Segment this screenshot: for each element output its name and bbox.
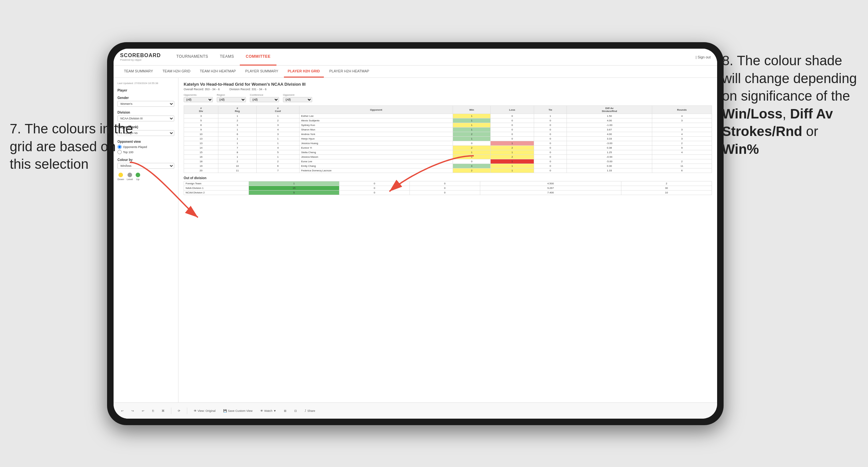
- sub-nav-team-h2h-grid[interactable]: TEAM H2H GRID: [159, 65, 194, 77]
- player-section: Player: [118, 89, 174, 92]
- logo-sub: Powered by clippd: [120, 58, 161, 61]
- sub-nav-player-summary[interactable]: PLAYER SUMMARY: [241, 65, 282, 77]
- division-record: Division Record: 331 - 34 - 6: [229, 88, 267, 91]
- th-div: #Div: [184, 106, 218, 114]
- opponent-filter: Opponent (All): [283, 93, 312, 102]
- division-label: Division: [118, 111, 174, 114]
- layout-btn[interactable]: ⊞: [281, 408, 289, 413]
- sign-out-link[interactable]: | Sign out: [696, 55, 711, 59]
- nav-items: TOURNAMENTS TEAMS COMMITTEE: [171, 49, 696, 66]
- nav-committee[interactable]: COMMITTEE: [240, 49, 276, 66]
- gender-section: Gender Women's: [118, 96, 174, 107]
- gender-select[interactable]: Women's: [118, 101, 174, 107]
- conference-filter-label: Conference: [250, 93, 279, 96]
- nav-bar: SCOREBOARD Powered by clippd TOURNAMENTS…: [114, 49, 717, 66]
- table-row: 311 Esther Lee 1 0 1 1.50 4: [184, 114, 712, 119]
- toolbar-divider-1: [171, 408, 171, 414]
- th-diff: Diff AvStrokes/Rnd: [567, 106, 652, 114]
- opponents-filter-select[interactable]: (All): [184, 97, 213, 102]
- th-conf: #Conf: [256, 106, 299, 114]
- th-tie: Tie: [534, 106, 566, 114]
- logo-area: SCOREBOARD Powered by clippd: [120, 53, 161, 61]
- undo-btn[interactable]: ↩: [118, 408, 126, 413]
- sub-nav: TEAM SUMMARY TEAM H2H GRID TEAM H2H HEAT…: [114, 66, 717, 78]
- conference-filter: Conference (All): [250, 93, 279, 102]
- sub-nav-team-h2h-heatmap[interactable]: TEAM H2H HEATMAP: [196, 65, 240, 77]
- annotation-left: 7. The colours in the grid are based on …: [10, 120, 133, 173]
- filter-row: Opponents: (All) Region (All) Conference: [184, 93, 712, 102]
- right-arrow-svg: [383, 149, 480, 198]
- opponent-filter-label: Opponent: [283, 93, 312, 96]
- table-row: 1063 Andrea York 2 0 0 4.00 4: [184, 132, 712, 136]
- paste-btn[interactable]: ⌘: [159, 408, 167, 413]
- watch-icon: 👁: [260, 409, 263, 412]
- nav-teams[interactable]: TEAMS: [214, 49, 240, 66]
- opponents-filter-label: Opponents:: [184, 93, 213, 96]
- th-win: Win: [453, 106, 491, 114]
- table-row: 633 Sydney Kuo 1 0 0 -1.00: [184, 123, 712, 128]
- view-icon: 👁: [194, 409, 197, 412]
- sub-nav-player-h2h-heatmap[interactable]: PLAYER H2H HEATMAP: [326, 65, 373, 77]
- grid-area: Katelyn Vo Head-to-Head Grid for Women's…: [179, 78, 717, 402]
- table-row: 1311 Jessica Huang 0 1 0 -3.00 2: [184, 141, 712, 146]
- logo-text: SCOREBOARD: [120, 53, 161, 58]
- tablet-frame: SCOREBOARD Powered by clippd TOURNAMENTS…: [107, 42, 723, 425]
- grid-records: Overall Record: 353 - 34 - 6 Division Re…: [184, 88, 712, 91]
- copy-btn[interactable]: ⎘: [150, 408, 156, 413]
- view-original-label: View: Original: [197, 409, 215, 412]
- th-rounds: Rounds: [652, 106, 712, 114]
- sub-nav-team-summary[interactable]: TEAM SUMMARY: [120, 65, 157, 77]
- opponents-filter: Opponents: (All): [184, 93, 213, 102]
- table-row: 1311 Heejo Hyun 1 0 0 3.33 3: [184, 136, 712, 141]
- legend-down-dot: [118, 173, 123, 177]
- tablet-screen: SCOREBOARD Powered by clippd TOURNAMENTS…: [114, 49, 717, 418]
- watch-btn[interactable]: 👁 Watch ▼: [258, 408, 279, 413]
- grid-title: Katelyn Vo Head-to-Head Grid for Women's…: [184, 82, 712, 87]
- save-icon: 💾: [223, 409, 227, 412]
- last-updated: Last Updated: 27/03/2024 16:55:38: [118, 82, 174, 85]
- watch-label: Watch: [264, 409, 272, 412]
- main-content: Last Updated: 27/03/2024 16:55:38 Player…: [114, 78, 717, 402]
- table-row: 522 Alexis Sudijanto 1 0 0 4.00 3: [184, 119, 712, 123]
- save-custom-btn[interactable]: 💾 Save Custom View: [221, 408, 255, 413]
- refresh-btn[interactable]: ⟳: [175, 408, 183, 413]
- redo2-btn[interactable]: ↩: [139, 408, 147, 413]
- gender-label: Gender: [118, 96, 174, 100]
- save-custom-label: Save Custom View: [228, 409, 252, 412]
- region-filter-select[interactable]: (All): [217, 97, 246, 102]
- share-icon: ⤴: [305, 409, 306, 412]
- annotation-right: 8. The colour shade will change dependin…: [722, 52, 858, 158]
- th-loss: Loss: [490, 106, 534, 114]
- th-opponent: Opponent: [299, 106, 453, 114]
- sub-nav-player-h2h-grid[interactable]: PLAYER H2H GRID: [284, 65, 324, 77]
- nav-tournaments[interactable]: TOURNAMENTS: [171, 49, 214, 66]
- overall-record: Overall Record: 353 - 34 - 6: [184, 88, 220, 91]
- table-row: 914 Sharon Mun 1 0 0 3.67 3: [184, 128, 712, 132]
- th-reg: #Reg: [218, 106, 256, 114]
- bottom-toolbar: ↩ ↪ ↩ ⎘ ⌘ ⟳ 👁 View: Original 💾 Save Cust…: [114, 402, 717, 418]
- region-filter-label: Region: [217, 93, 246, 96]
- redo-btn[interactable]: ↪: [129, 408, 136, 413]
- toolbar-divider-2: [187, 408, 187, 414]
- grid-btn[interactable]: ⊡: [292, 408, 300, 413]
- nav-right: | Sign out: [696, 55, 711, 59]
- share-btn[interactable]: ⤴ Share: [302, 408, 318, 413]
- conference-filter-select[interactable]: (All): [250, 97, 279, 102]
- opponent-filter-select[interactable]: (All): [283, 97, 312, 102]
- view-original-btn[interactable]: 👁 View: Original: [191, 408, 218, 413]
- player-label: Player: [118, 89, 174, 92]
- share-label: Share: [307, 409, 315, 412]
- region-filter: Region (All): [217, 93, 246, 102]
- watch-chevron: ▼: [273, 409, 276, 412]
- left-arrow-svg: [123, 156, 205, 221]
